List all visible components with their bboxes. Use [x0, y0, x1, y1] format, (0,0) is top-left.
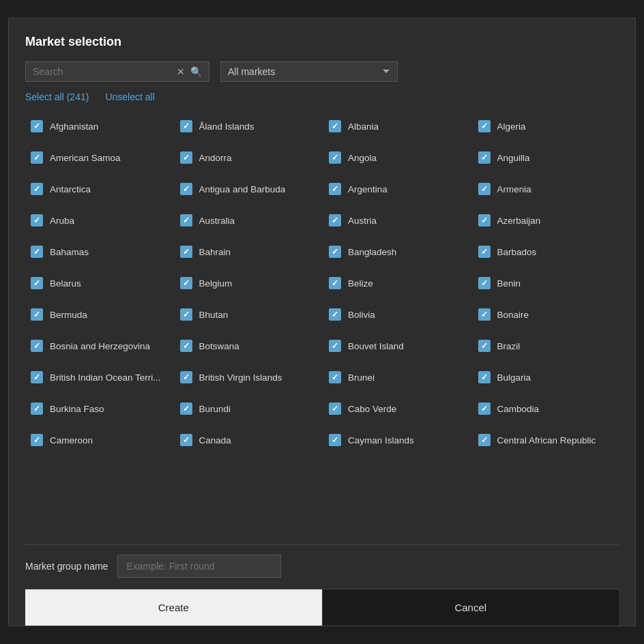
country-item[interactable]: ✓Belarus [25, 267, 175, 299]
country-item[interactable]: ✓Brunei [323, 362, 473, 393]
checkmark-icon: ✓ [332, 373, 338, 381]
checkmark-icon: ✓ [33, 342, 40, 350]
countries-container[interactable]: ✓Afghanistan✓Åland Islands✓Albania✓Alger… [25, 111, 624, 533]
country-item[interactable]: ✓Belgium [175, 267, 324, 299]
country-item[interactable]: ✓Cameroon [25, 424, 175, 456]
country-item[interactable]: ✓Azerbaijan [473, 205, 622, 236]
country-name-label: Afghanistan [50, 121, 98, 132]
country-item[interactable]: ✓Benin [473, 267, 622, 299]
checkmark-icon: ✓ [33, 436, 40, 444]
checkmark-icon: ✓ [481, 436, 488, 444]
checkmark-icon: ✓ [183, 310, 190, 319]
select-all-link[interactable]: Select all (241) [25, 91, 89, 102]
search-icon[interactable]: 🔍 [190, 66, 202, 77]
country-item[interactable]: ✓Algeria [473, 111, 622, 142]
country-checkbox: ✓ [478, 183, 491, 195]
country-item[interactable]: ✓Australia [175, 205, 324, 236]
country-name-label: Barbados [497, 247, 537, 257]
country-item[interactable]: ✓Afghanistan [25, 111, 175, 142]
country-item[interactable]: ✓Canada [175, 424, 324, 456]
checkmark-icon: ✓ [481, 122, 488, 130]
country-checkbox: ✓ [329, 151, 341, 164]
unselect-all-link[interactable]: Unselect all [105, 91, 154, 102]
country-item[interactable]: ✓Antarctica [25, 173, 175, 205]
checkmark-icon: ✓ [481, 153, 488, 162]
country-item[interactable]: ✓Andorra [175, 142, 324, 173]
market-filter-select[interactable]: All markets [220, 61, 398, 82]
country-item[interactable]: ✓Cayman Islands [323, 424, 473, 456]
country-item[interactable]: ✓Bulgaria [473, 362, 622, 393]
country-name-label: Burundi [199, 404, 231, 414]
checkmark-icon: ✓ [481, 279, 488, 287]
country-checkbox: ✓ [478, 214, 491, 226]
country-item[interactable]: ✓Bahamas [25, 236, 175, 267]
create-button[interactable]: Create [25, 589, 322, 626]
country-name-label: Anguilla [497, 153, 530, 163]
country-item[interactable]: ✓Burkina Faso [25, 393, 175, 424]
country-item[interactable]: ✓Central African Republic [473, 424, 622, 456]
country-name-label: Burkina Faso [50, 404, 104, 414]
country-checkbox: ✓ [31, 434, 43, 446]
country-checkbox: ✓ [329, 120, 341, 132]
country-item[interactable]: ✓Argentina [323, 173, 473, 205]
country-checkbox: ✓ [329, 371, 341, 383]
country-item[interactable]: ✓Antigua and Barbuda [175, 173, 324, 205]
country-name-label: Brazil [497, 341, 521, 351]
country-item[interactable]: ✓Albania [323, 111, 473, 142]
country-name-label: Brunei [348, 372, 375, 383]
cancel-button[interactable]: Cancel [322, 589, 619, 626]
country-checkbox: ✓ [180, 120, 192, 132]
country-item[interactable]: ✓Armenia [473, 173, 622, 205]
checkmark-icon: ✓ [332, 185, 338, 193]
country-checkbox: ✓ [180, 340, 192, 352]
country-item[interactable]: ✓Bahrain [175, 236, 324, 267]
country-item[interactable]: ✓Åland Islands [175, 111, 324, 142]
search-box: ✕ 🔍 [25, 61, 209, 82]
country-item[interactable]: ✓Cabo Verde [323, 393, 473, 424]
country-name-label: Cayman Islands [348, 435, 414, 445]
country-checkbox: ✓ [31, 371, 43, 383]
checkmark-icon: ✓ [481, 373, 488, 381]
country-item[interactable]: ✓Botswana [175, 330, 324, 362]
country-item[interactable]: ✓Bangladesh [323, 236, 473, 267]
country-item[interactable]: ✓American Samoa [25, 142, 175, 173]
checkmark-icon: ✓ [33, 216, 40, 224]
country-name-label: Central African Republic [497, 435, 596, 445]
country-item[interactable]: ✓Bermuda [25, 299, 175, 330]
country-checkbox: ✓ [180, 183, 192, 195]
country-checkbox: ✓ [31, 151, 43, 164]
search-input[interactable] [33, 66, 171, 77]
country-name-label: Argentina [348, 184, 387, 194]
country-item[interactable]: ✓Bolivia [323, 299, 473, 330]
country-checkbox: ✓ [180, 151, 192, 164]
checkmark-icon: ✓ [332, 405, 338, 413]
country-name-label: Bouvet Island [348, 341, 404, 351]
country-item[interactable]: ✓Bonaire [473, 299, 622, 330]
country-item[interactable]: ✓Austria [323, 205, 473, 236]
checkmark-icon: ✓ [183, 405, 190, 413]
country-name-label: Algeria [497, 121, 526, 132]
country-item[interactable]: ✓Anguilla [473, 142, 622, 173]
country-item[interactable]: ✓Bhutan [175, 299, 324, 330]
checkmark-icon: ✓ [332, 153, 338, 162]
country-item[interactable]: ✓Brazil [473, 330, 622, 362]
clear-icon[interactable]: ✕ [177, 66, 185, 77]
checkmark-icon: ✓ [183, 342, 190, 350]
country-checkbox: ✓ [329, 277, 341, 289]
country-name-label: Cabo Verde [348, 404, 396, 414]
country-item[interactable]: ✓Burundi [175, 393, 324, 424]
country-item[interactable]: ✓Cambodia [473, 393, 622, 424]
country-item[interactable]: ✓Aruba [25, 205, 175, 236]
country-item[interactable]: ✓Belize [323, 267, 473, 299]
group-name-input[interactable] [117, 555, 281, 578]
country-checkbox: ✓ [478, 151, 491, 164]
country-item[interactable]: ✓British Virgin Islands [175, 362, 324, 393]
country-item[interactable]: ✓Angola [323, 142, 473, 173]
country-name-label: Angola [348, 153, 377, 163]
country-checkbox: ✓ [329, 246, 341, 258]
country-item[interactable]: ✓Barbados [473, 236, 622, 267]
country-item[interactable]: ✓Bouvet Island [323, 330, 473, 362]
country-item[interactable]: ✓British Indian Ocean Terri... [25, 362, 175, 393]
country-item[interactable]: ✓Bosnia and Herzegovina [25, 330, 175, 362]
country-checkbox: ✓ [31, 214, 43, 226]
